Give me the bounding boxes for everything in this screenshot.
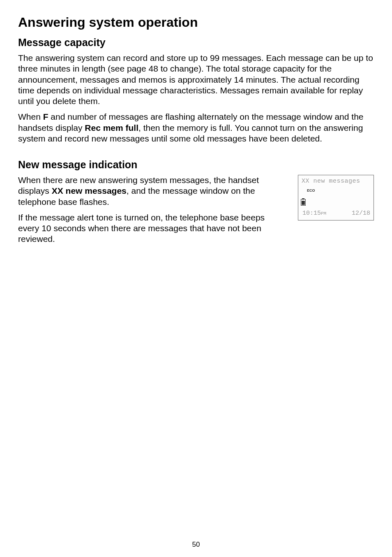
indication-para-2: If the message alert tone is turned on, … (18, 212, 286, 245)
page-title: Answering system operation (18, 15, 374, 30)
page-number: 50 (0, 541, 392, 549)
bold-f: F (43, 112, 48, 121)
capacity-para-2: When F and number of messages are flashi… (18, 111, 374, 144)
eco-label: ECO (307, 188, 315, 193)
section-heading-indication: New message indication (18, 159, 374, 171)
bold-xx-new-messages: XX new messages (52, 186, 127, 195)
battery-icon (301, 199, 306, 206)
capacity-para-1: The answering system can record and stor… (18, 53, 374, 107)
time-suffix: PM (321, 211, 326, 216)
indication-para-1: When there are new answering system mess… (18, 175, 286, 207)
phone-display: XX new messages ECO 10:15PM 12/18 (298, 175, 374, 220)
bold-rec-mem-full: Rec mem full (85, 123, 138, 132)
display-time: 10:15PM (302, 210, 326, 217)
display-line-1: XX new messages (298, 175, 374, 186)
section-heading-capacity: Message capacity (18, 37, 374, 49)
time-value: 10:15 (302, 210, 321, 217)
text-fragment: When (18, 112, 43, 121)
display-date: 12/18 (352, 210, 370, 217)
